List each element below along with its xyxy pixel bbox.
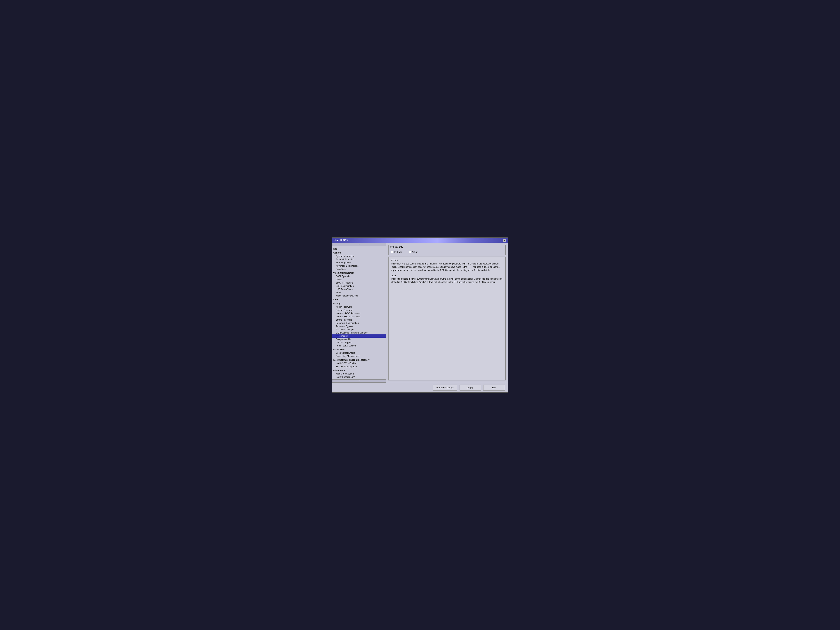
sidebar-group-intel-sgx: ntel® Software Guard Extensions™ [332, 358, 386, 362]
sidebar-item-sata-operation[interactable]: SATA Operation [332, 275, 386, 278]
sidebar-group-performance: erformance [332, 369, 386, 372]
sidebar-item-intel-sgx-enable[interactable]: Intel® SGX™ Enable [332, 362, 386, 365]
clear-label: Clear [412, 251, 417, 253]
sidebar-item-intel-speedstep[interactable]: Intel® SpeedStep™ [332, 376, 386, 379]
sidebar-item-password-bypass[interactable]: Password Bypass [332, 325, 386, 328]
sidebar-item-audio[interactable]: Audio [332, 291, 386, 294]
sidebar-group-security: ecurity [332, 302, 386, 305]
sidebar-item-drives[interactable]: Drives [332, 278, 386, 281]
ptt-security-group: PTT Security PTT On Clear [388, 245, 505, 255]
sidebar-group-general: General [332, 251, 386, 254]
sidebar-item-uefi-capsule[interactable]: UEFI Capsule Firmware Updates [332, 331, 386, 335]
ptt-on-checkbox-label[interactable]: PTT On [391, 251, 402, 253]
sidebar-scroll-down[interactable]: ▼ [332, 379, 386, 383]
ptt-on-checkbox[interactable] [391, 251, 393, 253]
sidebar-item-battery-information[interactable]: Battery Information [332, 258, 386, 261]
ptt-group-title: PTT Security [390, 246, 403, 248]
exit-button[interactable]: Exit [483, 385, 505, 390]
sidebar-item-password-change[interactable]: Password Change [332, 328, 386, 331]
sidebar-item-computrace[interactable]: Computrace(R) [332, 338, 386, 341]
sidebar-item-secure-boot-enable[interactable]: Secure Boot Enable [332, 351, 386, 355]
sidebar-scroll-up[interactable]: ▲ [332, 243, 386, 246]
sidebar-group-secure-boot: ecure Boot [332, 348, 386, 351]
clear-description: Clear : This setting clears the PTT owne… [391, 274, 503, 284]
clear-checkbox-label[interactable]: Clear [409, 251, 417, 253]
title-bar: piron 17-7779 ✕ [332, 238, 508, 243]
window-title: piron 17-7779 [334, 239, 347, 242]
right-panel: PTT Security PTT On Clear PTT On : [386, 243, 508, 383]
bios-window: piron 17-7779 ✕ ▲ ngs General System Inf… [332, 237, 508, 393]
sidebar-group-system-config: ystem Configuration [332, 271, 386, 275]
sidebar-item-password-configuration[interactable]: Password Configuration [332, 322, 386, 325]
ptt-description-box: PTT On : This option lets you control wh… [388, 257, 505, 381]
sidebar-item-expert-key-management[interactable]: Expert Key Management [332, 355, 386, 358]
sidebar-item-usb-configuration[interactable]: USB Configuration [332, 284, 386, 288]
sidebar-item-internal-hdd1-password[interactable]: Internal HDD-1 Password [332, 315, 386, 318]
sidebar-group-video: ideo [332, 298, 386, 302]
sidebar-item-cpu-xd-support[interactable]: CPU XD Support [332, 341, 386, 344]
sidebar-item-admin-password[interactable]: Admin Password [332, 305, 386, 308]
close-button[interactable]: ✕ [503, 238, 506, 242]
sidebar: ▲ ngs General System Information Battery… [332, 243, 386, 383]
restore-settings-button[interactable]: Restore Settings [433, 385, 457, 390]
bottom-bar: Restore Settings Apply Exit [332, 383, 508, 392]
sidebar-item-boot-sequence[interactable]: Boot Sequence [332, 261, 386, 264]
ptt-on-desc-title: PTT On : [391, 259, 399, 262]
sidebar-item-date-time[interactable]: Date/Time [332, 268, 386, 271]
sidebar-group-ngs: ngs [332, 247, 386, 251]
ptt-on-label: PTT On [394, 251, 402, 253]
sidebar-item-admin-setup-lockout[interactable]: Admin Setup Lockout [332, 344, 386, 347]
sidebar-item-enclave-memory-size[interactable]: Enclave Memory Size [332, 365, 386, 368]
sidebar-item-multi-core-support[interactable]: Multi Core Support [332, 372, 386, 376]
ptt-on-description: PTT On : This option lets you control wh… [391, 259, 503, 272]
sidebar-item-advanced-boot-options[interactable]: Advanced Boot Options [332, 264, 386, 268]
sidebar-inner: ngs General System Information Battery I… [332, 246, 386, 379]
ptt-options-row: PTT On Clear [388, 249, 505, 254]
main-content: ▲ ngs General System Information Battery… [332, 243, 508, 383]
sidebar-item-ptt-security[interactable]: PTT Security [332, 335, 386, 338]
clear-checkbox[interactable] [409, 251, 411, 253]
sidebar-item-usb-powershare[interactable]: USB PowerShare [332, 288, 386, 291]
apply-button[interactable]: Apply [459, 385, 481, 390]
sidebar-item-system-information[interactable]: System Information [332, 254, 386, 258]
sidebar-item-misc-devices[interactable]: Miscellaneous Devices [332, 294, 386, 297]
sidebar-item-smart-reporting[interactable]: SMART Reporting [332, 281, 386, 284]
clear-desc-title: Clear : [391, 274, 397, 277]
sidebar-item-internal-hdd0-password[interactable]: Internal HDD-0 Password [332, 312, 386, 315]
sidebar-item-system-password[interactable]: System Password [332, 308, 386, 312]
sidebar-item-strong-password[interactable]: Strong Password [332, 318, 386, 322]
